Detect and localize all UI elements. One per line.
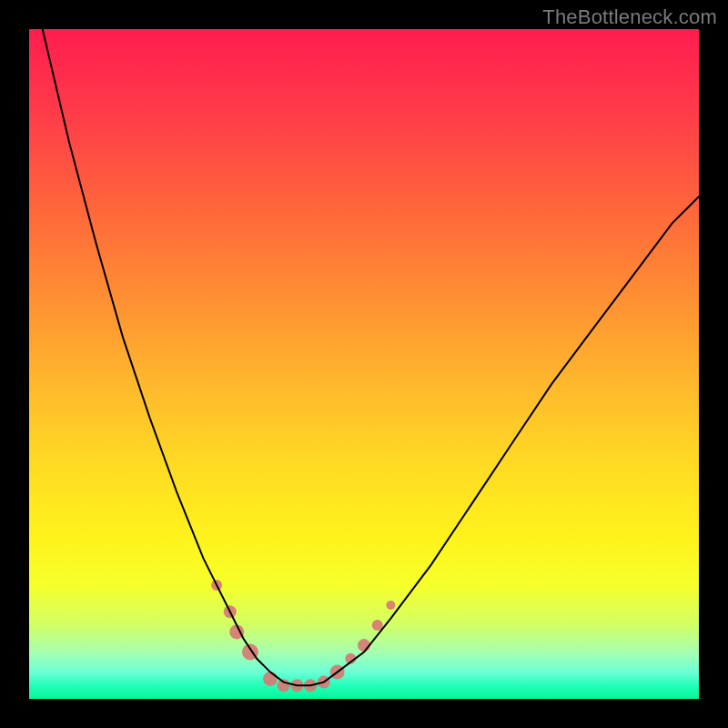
marker-dots xyxy=(211,580,395,692)
plot-area xyxy=(29,29,699,699)
bottleneck-curve xyxy=(43,29,699,685)
marker-dot xyxy=(263,672,278,686)
curve-svg xyxy=(29,29,699,699)
watermark-text: TheBottleneck.com xyxy=(542,5,717,29)
chart-frame: TheBottleneck.com xyxy=(0,0,728,728)
marker-dot xyxy=(372,620,383,631)
marker-dot xyxy=(386,601,395,610)
